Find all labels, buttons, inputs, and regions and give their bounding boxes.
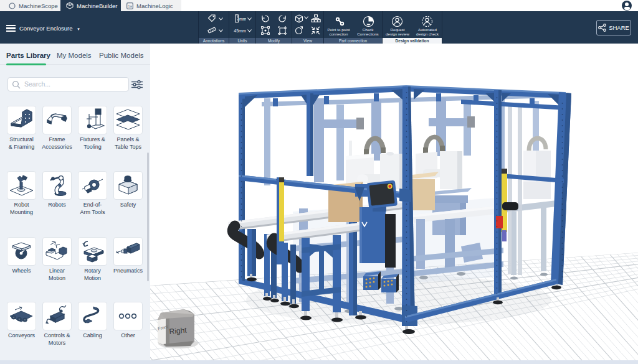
svg-text:Right: Right — [169, 326, 188, 336]
svg-text:mm: mm — [239, 17, 246, 21]
svg-text:1a: 1a — [128, 4, 132, 8]
